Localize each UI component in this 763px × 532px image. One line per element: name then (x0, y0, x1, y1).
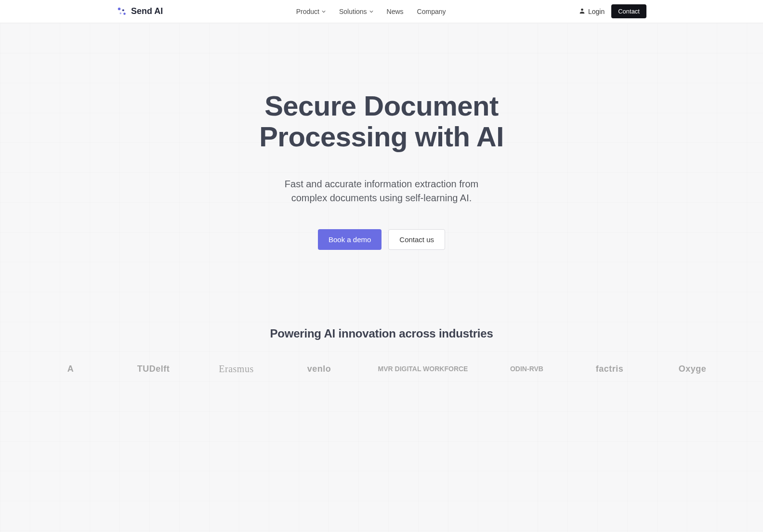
login-link[interactable]: Login (579, 8, 605, 15)
partner-logo: Oxyge (668, 364, 716, 374)
partner-logo: TUDelft (130, 364, 178, 374)
chevron-down-icon (322, 10, 326, 13)
svg-point-3 (123, 13, 126, 15)
book-demo-button[interactable]: Book a demo (318, 229, 382, 250)
hero-cta-row: Book a demo Contact us (0, 229, 763, 250)
partner-logo: Erasmus (212, 363, 261, 375)
partner-logo: venlo (295, 364, 343, 374)
svg-point-2 (119, 12, 121, 14)
partner-logo: factris (585, 364, 633, 374)
contact-button[interactable]: Contact (611, 4, 646, 18)
contact-us-button[interactable]: Contact us (388, 229, 445, 250)
nav-news-label: News (387, 8, 404, 15)
partners-section: Powering AI innovation across industries… (0, 327, 763, 375)
partner-logo: ODIN-RVB (502, 365, 551, 373)
partner-logo-row: A TUDelft Erasmus venlo MVR DIGITAL WORK… (0, 363, 763, 375)
hero-subtitle: Fast and accurate information extraction… (0, 177, 763, 205)
brand-logo[interactable]: Send AI (117, 6, 163, 17)
nav-news[interactable]: News (387, 8, 404, 15)
hero-subtitle-line1: Fast and accurate information extraction… (285, 179, 478, 189)
hero-title-line2: Processing with AI (259, 121, 504, 152)
header-actions: Login Contact (579, 4, 646, 18)
hero-subtitle-line2: complex documents using self-learning AI… (291, 193, 472, 203)
main-nav: Product Solutions News Company (296, 8, 446, 15)
partner-logo: MVR DIGITAL WORKFORCE (378, 365, 468, 373)
hero-section: Secure Document Processing with AI Fast … (0, 23, 763, 250)
nav-product[interactable]: Product (296, 8, 326, 15)
svg-point-0 (118, 7, 121, 10)
chevron-down-icon (369, 10, 373, 13)
nav-company-label: Company (417, 8, 446, 15)
site-header: Send AI Product Solutions News Company (0, 0, 763, 23)
header-inner: Send AI Product Solutions News Company (117, 4, 646, 18)
brand-name: Send AI (131, 6, 163, 16)
partner-logo: A (47, 364, 95, 374)
user-icon (579, 8, 585, 15)
nav-company[interactable]: Company (417, 8, 446, 15)
svg-point-4 (581, 8, 583, 11)
hero-title-line1: Secure Document (264, 90, 499, 121)
svg-point-1 (122, 9, 124, 11)
partners-heading: Powering AI innovation across industries (0, 327, 763, 340)
nav-solutions[interactable]: Solutions (339, 8, 373, 15)
nav-solutions-label: Solutions (339, 8, 367, 15)
nav-product-label: Product (296, 8, 319, 15)
logo-mark-icon (117, 6, 127, 17)
login-label: Login (588, 8, 605, 15)
hero-title: Secure Document Processing with AI (0, 91, 763, 152)
